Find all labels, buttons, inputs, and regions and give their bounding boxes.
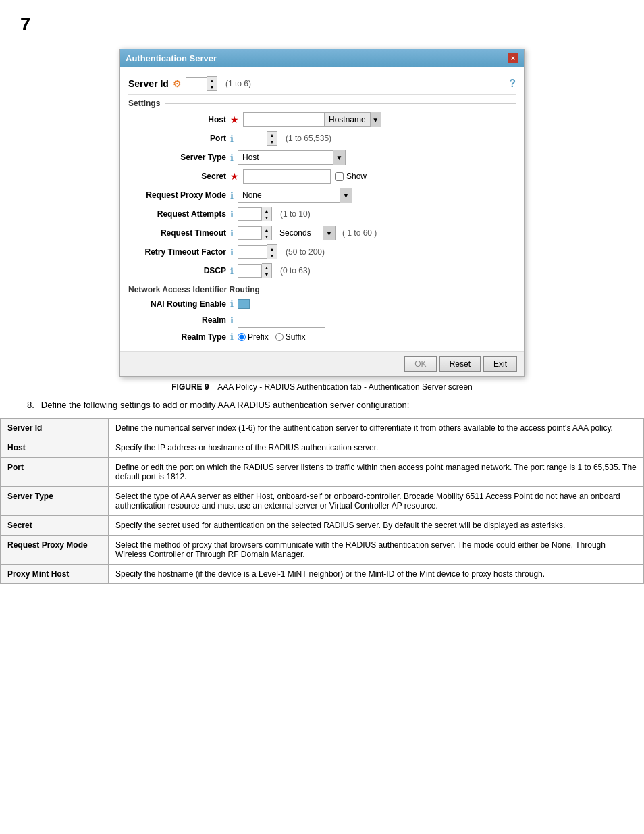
- retry-timeout-factor-spinner[interactable]: 100 ▲ ▼: [238, 244, 277, 259]
- secret-row: Secret ★ Show: [128, 169, 516, 184]
- exit-button[interactable]: Exit: [483, 356, 517, 372]
- port-increment[interactable]: ▲: [267, 132, 277, 138]
- request-timeout-increment[interactable]: ▲: [262, 226, 271, 233]
- request-attempts-spinner-buttons[interactable]: ▲ ▼: [262, 207, 272, 221]
- realm-type-suffix-radio[interactable]: [275, 333, 284, 341]
- retry-timeout-factor-spinner-buttons[interactable]: ▲ ▼: [267, 244, 277, 259]
- step-text: Define the following settings to add or …: [41, 400, 410, 410]
- request-timeout-label: Request Timeout: [128, 228, 226, 238]
- dialog-body: Server Id ⚙ 1 ▲ ▼ (1 to 6) ? Settings Ho…: [120, 67, 524, 351]
- dscp-info-icon: ℹ: [230, 266, 234, 276]
- dscp-decrement[interactable]: ▼: [262, 271, 271, 278]
- host-label: Host: [128, 115, 226, 124]
- nai-section-label: Network Access Identifier Routing: [128, 285, 516, 294]
- term-cell: Server Id: [1, 419, 109, 438]
- request-proxy-mode-value: None: [238, 190, 340, 200]
- dscp-increment[interactable]: ▲: [262, 264, 271, 271]
- server-type-dropdown-button[interactable]: ▼: [333, 150, 345, 165]
- ok-button[interactable]: OK: [404, 356, 436, 372]
- retry-timeout-factor-increment[interactable]: ▲: [267, 245, 277, 252]
- server-type-label: Server Type: [128, 153, 226, 162]
- request-attempts-spinner[interactable]: 3 ▲ ▼: [238, 207, 272, 221]
- request-proxy-mode-info-icon: ℹ: [230, 190, 234, 201]
- help-icon[interactable]: ?: [509, 78, 516, 90]
- request-timeout-range: ( 1 to 60 ): [342, 228, 377, 238]
- server-id-spinner[interactable]: 1 ▲ ▼: [186, 76, 217, 91]
- timeout-unit-select[interactable]: Seconds ▼: [275, 226, 336, 240]
- timeout-unit-dropdown-button[interactable]: ▼: [323, 226, 335, 240]
- request-proxy-mode-dropdown-button[interactable]: ▼: [340, 188, 352, 203]
- dscp-input[interactable]: 46: [238, 264, 262, 278]
- retry-timeout-factor-info-icon: ℹ: [230, 247, 234, 257]
- term-cell: Request Proxy Mode: [1, 536, 109, 565]
- show-secret-checkbox[interactable]: [335, 172, 344, 181]
- show-secret-checkbox-group[interactable]: Show: [335, 172, 367, 181]
- term-cell: Host: [1, 438, 109, 458]
- show-secret-label: Show: [346, 172, 367, 181]
- retry-timeout-factor-input[interactable]: 100: [238, 245, 267, 259]
- request-attempts-decrement[interactable]: ▼: [262, 214, 271, 221]
- server-type-select[interactable]: Host ▼: [238, 150, 346, 165]
- request-timeout-row: Request Timeout ℹ 3 ▲ ▼ Seconds ▼ ( 1 t: [128, 226, 516, 240]
- authentication-server-dialog: Authentication Server × Server Id ⚙ 1 ▲ …: [119, 49, 525, 377]
- settings-icon: ⚙: [173, 78, 182, 89]
- term-cell: Port: [1, 458, 109, 487]
- port-spinner[interactable]: 1812 ▲ ▼: [238, 131, 277, 146]
- host-input-group[interactable]: Hostname ▼: [243, 112, 381, 127]
- definition-cell: Select the method of proxy that browsers…: [109, 536, 644, 565]
- realm-info-icon: ℹ: [230, 315, 234, 325]
- host-required-star: ★: [230, 114, 239, 125]
- definition-cell: Specify the IP address or hostname of th…: [109, 438, 644, 458]
- request-timeout-input-group: 3 ▲ ▼ Seconds ▼ ( 1 to 60 ): [238, 226, 377, 240]
- request-timeout-input[interactable]: 3: [238, 226, 262, 240]
- nai-routing-enable-label: NAI Routing Enable: [128, 299, 226, 309]
- term-cell: Proxy Mint Host: [1, 565, 109, 584]
- dscp-spinner-buttons[interactable]: ▲ ▼: [262, 263, 272, 278]
- realm-input[interactable]: [238, 313, 325, 328]
- definition-cell: Define or edit the port on which the RAD…: [109, 458, 644, 487]
- step-paragraph: 8. Define the following settings to add …: [27, 400, 617, 410]
- server-id-spinner-buttons[interactable]: ▲ ▼: [207, 76, 217, 91]
- retry-timeout-factor-decrement[interactable]: ▼: [267, 252, 277, 259]
- host-type-dropdown-button[interactable]: ▼: [370, 112, 381, 127]
- dscp-spinner[interactable]: 46 ▲ ▼: [238, 263, 272, 278]
- table-row: Request Proxy ModeSelect the method of p…: [1, 536, 644, 565]
- definition-cell: Select the type of AAA server as either …: [109, 487, 644, 516]
- nai-section: Network Access Identifier Routing NAI Ro…: [128, 285, 516, 342]
- request-attempts-input[interactable]: 3: [238, 207, 262, 221]
- host-type-select[interactable]: Hostname ▼: [324, 112, 381, 127]
- dialog-close-button[interactable]: ×: [508, 53, 518, 63]
- secret-input[interactable]: [243, 169, 331, 184]
- realm-type-prefix-radio[interactable]: [238, 333, 246, 341]
- retry-timeout-factor-label: Retry Timeout Factor: [128, 247, 226, 257]
- realm-type-prefix-option[interactable]: Prefix: [238, 332, 269, 342]
- table-row: Server IdDefine the numerical server ind…: [1, 419, 644, 438]
- port-decrement[interactable]: ▼: [267, 138, 277, 145]
- dialog-titlebar: Authentication Server ×: [120, 49, 524, 67]
- secret-label: Secret: [128, 172, 226, 181]
- nai-routing-enable-toggle[interactable]: [238, 299, 250, 309]
- server-id-input[interactable]: 1: [186, 77, 207, 90]
- request-timeout-spinner[interactable]: 3 ▲ ▼: [238, 226, 272, 240]
- request-timeout-decrement[interactable]: ▼: [262, 233, 271, 240]
- table-row: Proxy Mint HostSpecify the hostname (if …: [1, 565, 644, 584]
- server-id-increment[interactable]: ▲: [207, 77, 217, 84]
- realm-type-suffix-option[interactable]: Suffix: [275, 332, 306, 342]
- term-cell: Server Type: [1, 487, 109, 516]
- reset-button[interactable]: Reset: [439, 356, 481, 372]
- server-id-row: Server Id ⚙ 1 ▲ ▼ (1 to 6) ?: [128, 72, 516, 95]
- definition-cell: Define the numerical server index (1-6) …: [109, 419, 644, 438]
- port-spinner-buttons[interactable]: ▲ ▼: [267, 131, 277, 146]
- host-input[interactable]: [243, 112, 324, 127]
- host-row: Host ★ Hostname ▼: [128, 112, 516, 127]
- realm-type-radio-group: Prefix Suffix: [238, 332, 305, 342]
- request-attempts-increment[interactable]: ▲: [262, 207, 271, 214]
- request-timeout-spinner-buttons[interactable]: ▲ ▼: [262, 226, 272, 240]
- server-id-label: Server Id: [128, 78, 169, 89]
- request-proxy-mode-row: Request Proxy Mode ℹ None ▼: [128, 188, 516, 203]
- request-proxy-mode-label: Request Proxy Mode: [128, 190, 226, 200]
- port-input[interactable]: 1812: [238, 132, 267, 145]
- server-id-decrement[interactable]: ▼: [207, 84, 217, 90]
- table-row: Server TypeSelect the type of AAA server…: [1, 487, 644, 516]
- request-proxy-mode-select[interactable]: None ▼: [238, 188, 352, 203]
